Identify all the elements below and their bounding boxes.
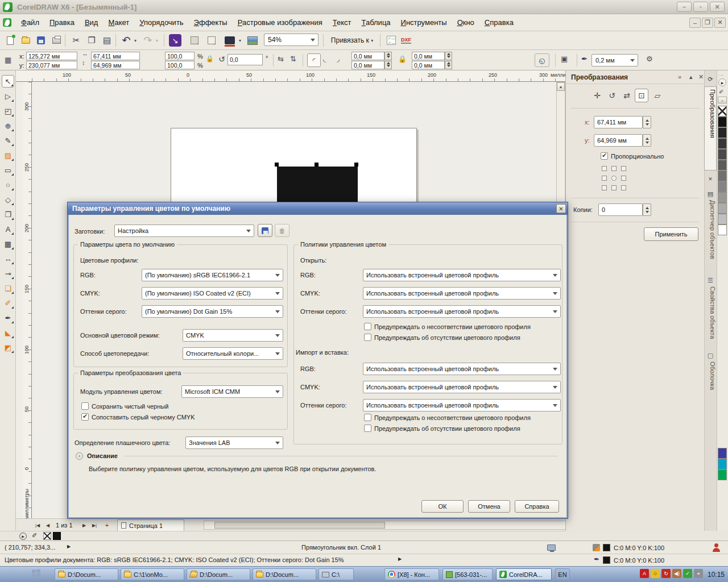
export-pdf-button[interactable] [205,34,218,47]
corner-br-spinner[interactable] [445,61,452,69]
corner-tl-spinner[interactable] [384,52,392,60]
import-warn-mismatch-checkbox[interactable] [364,414,371,421]
anchor-r[interactable] [621,176,626,181]
grayscale-profile-select[interactable]: (По умолчанию) Dot Gain 15% [142,305,283,318]
docker-flyout-icon[interactable]: » [678,73,681,80]
swatch-no-color[interactable] [718,106,727,117]
redo-dropdown[interactable]: ▾ [154,34,160,47]
last-page-button[interactable]: ▶| [90,521,99,530]
color-swatch[interactable] [718,225,727,235]
anchor-b[interactable] [611,185,617,190]
corner-tr-spinner[interactable] [445,52,452,60]
object-x-input[interactable]: 125,272 мм [26,52,77,60]
copies-spinner[interactable] [643,203,651,216]
cut-button[interactable]: ✂ [69,34,83,47]
map-gray-to-cmyk-checkbox[interactable] [81,413,89,421]
pdf-tray-icon[interactable]: A [640,569,649,578]
cancel-button[interactable]: Отмена [468,500,510,513]
menu-arrange[interactable]: Упорядочить [134,16,188,29]
open-grayscale-policy-select[interactable]: Использовать встроенный цветовой профиль [363,305,561,318]
eyedropper-icon[interactable]: ✐ [32,532,37,539]
menu-text[interactable]: Текст [328,16,357,29]
tab-object-manager[interactable]: Диспетчер объектов [705,200,716,269]
anchor-br[interactable] [621,185,626,190]
close-button[interactable]: ✕ [710,2,725,12]
color-swatch[interactable] [718,459,727,469]
connector-tool[interactable]: ⊸ [2,267,14,280]
print-button[interactable] [49,34,63,47]
antivirus-tray-icon[interactable]: ✓ [683,569,692,578]
import-grayscale-policy-select[interactable]: Использовать встроенный цветовой профиль [363,399,561,411]
import-cmyk-policy-select[interactable]: Использовать встроенный цветовой профиль [363,381,561,393]
proportional-checkbox[interactable] [601,152,608,160]
mirror-vertical-button[interactable]: ⇅ [290,55,296,63]
docker-y-input[interactable]: 64,969 мм [594,134,643,147]
ok-button[interactable]: ОК [421,500,464,513]
taskbar-coreldraw[interactable]: CorelDRA... [496,568,552,580]
menu-layout[interactable]: Макет [103,16,134,29]
rgb-profile-select[interactable]: (По умолчанию) sRGB IEC61966-2.1 [142,269,283,281]
smart-fill-tool[interactable]: ▨ [2,149,14,161]
docker-x-spinner[interactable] [643,116,651,128]
taskbar-my-computer[interactable]: C:\ [318,568,354,580]
menu-effects[interactable]: Эффекты [189,16,233,29]
vertical-ruler[interactable]: 300 250 200 150 100 50 0 миллиметры [23,82,32,518]
mirror-horizontal-button[interactable]: ⇆ [278,55,284,63]
dimension-tool[interactable]: ↔ [2,252,14,265]
play-icon[interactable]: ▶ [19,533,27,540]
selection-handle[interactable] [354,163,358,167]
menu-table[interactable]: Таблица [357,16,396,29]
taskbar-document[interactable]: [563-031-... [442,568,493,580]
tab-envelope[interactable]: Оболочка [705,361,716,397]
text-wrap-button[interactable]: ▣ [561,55,568,63]
up-arrow-icon[interactable] [643,204,651,210]
color-swatch[interactable] [718,160,727,171]
paste-button[interactable]: ▤ [100,34,114,47]
anchor-l[interactable] [602,176,607,181]
down-arrow-icon[interactable] [643,140,651,146]
color-swatch[interactable] [718,171,727,181]
menu-file[interactable]: Файл [16,16,44,29]
palette-eyedropper-icon[interactable]: ✐ [719,89,723,95]
preserve-pure-black-checkbox[interactable] [81,402,89,410]
black-swatch[interactable] [53,532,61,540]
open-rgb-policy-select[interactable]: Использовать встроенный цветовой профиль [363,269,561,281]
scale-y-input[interactable]: 100,0 [165,61,195,69]
horizontal-scrollbar[interactable] [204,521,572,530]
shape-tool[interactable]: ▷ [2,90,14,102]
help-button[interactable]: Справка [515,500,559,513]
outline-pen-tool[interactable]: ✒ [2,311,14,324]
open-cmyk-policy-select[interactable]: Использовать встроенный цветовой профиль [363,287,561,300]
expand-arrow-icon[interactable]: ▶ [398,556,402,562]
blend-tool[interactable]: ❏ [2,282,14,294]
mouse-tray-icon[interactable]: ⌖ [694,569,703,578]
envelope-icon[interactable]: ▢ [706,351,714,359]
redo-button[interactable]: ↷ [141,34,155,47]
corner-bl-spinner[interactable] [384,61,392,69]
doc-close-button[interactable]: ✕ [714,18,726,28]
language-indicator[interactable]: EN [555,568,570,580]
color-swatch[interactable] [718,117,727,127]
open-warn-missing-checkbox[interactable] [364,334,371,341]
polygon-tool[interactable]: ◇ [2,193,14,206]
application-launcher-dropdown[interactable]: ▾ [237,34,243,47]
up-arrow-icon[interactable] [643,135,651,140]
palette-flyout-button[interactable]: ▶ [718,78,726,86]
page-tab[interactable]: Страница 1 [117,519,184,531]
presets-select[interactable]: Настройка [114,225,254,237]
cmyk-profile-select[interactable]: (По умолчанию) ISO Coated v2 (ECI) [142,287,283,300]
spot-color-select[interactable]: Значения LAB [185,436,283,449]
selection-handle[interactable] [275,163,279,167]
palette-scroll-up[interactable]: ▲ [718,97,727,103]
options-button[interactable]: ✓—✓— [384,34,398,47]
copies-input[interactable]: 0 [598,203,643,216]
docker-collapse-icon[interactable]: ▴ [689,73,693,81]
docker-y-spinner[interactable] [643,134,651,147]
rendering-intent-select[interactable]: Относительный колори... [183,347,283,360]
import-warn-missing-checkbox[interactable] [364,425,371,432]
transform-scale-mirror-button[interactable]: ⇄ [620,89,634,102]
anchor-t[interactable] [611,166,617,171]
corner-radius-bl-input[interactable]: 0,0 мм [351,61,384,69]
scrollbar-thumb[interactable] [214,522,385,529]
undo-dropdown[interactable]: ▾ [132,34,139,47]
